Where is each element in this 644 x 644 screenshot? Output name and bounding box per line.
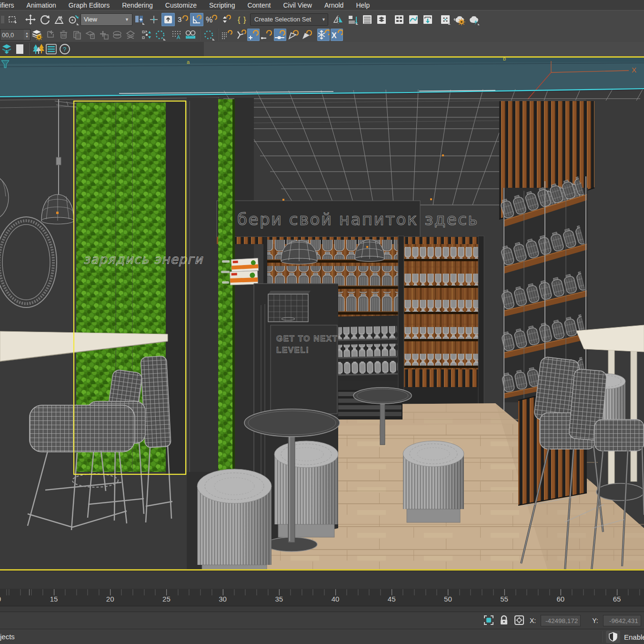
forest-trees-icon[interactable] (32, 43, 44, 55)
selection-region-icon[interactable] (6, 13, 20, 26)
separator (217, 29, 218, 41)
timeline-tick-label: 35 (275, 595, 283, 603)
select-and-move-icon[interactable] (24, 13, 37, 26)
menu-item-animation[interactable]: Animation (20, 1, 62, 9)
perspective-viewport[interactable]: X y a b бери свой напиток здес (0, 56, 644, 571)
timeline-tick-label: 55 (500, 595, 508, 603)
timeline-tick-label: 30 (219, 595, 227, 603)
scene-explorer-icon[interactable] (375, 13, 388, 26)
use-center-flyout-icon[interactable] (133, 13, 146, 26)
timeline-tick-label: 25 (162, 595, 171, 603)
grid-help-icon[interactable] (221, 29, 233, 41)
timeline-ticks (0, 589, 644, 595)
time-slider-track[interactable] (0, 571, 644, 590)
ribbon-toggle-icon[interactable] (392, 13, 406, 26)
bow-help-icon[interactable] (287, 29, 300, 41)
svg-text:3: 3 (178, 15, 181, 23)
svg-text:A: A (177, 34, 181, 40)
menu-item-customize[interactable]: Customize (159, 1, 203, 9)
chevron-down-icon: ▼ (125, 17, 129, 22)
snaps-toggle-icon[interactable]: 3 (176, 13, 189, 26)
layer-stack-icon[interactable] (0, 43, 13, 55)
menu-item-help[interactable]: Help (350, 1, 376, 9)
timeline-tick-label: 15 (50, 595, 58, 603)
svg-text:X: X (332, 31, 337, 40)
svg-text:{: { (238, 16, 241, 24)
select-and-scale-icon[interactable] (52, 13, 66, 26)
grid-annotate-icon[interactable]: A (171, 29, 183, 41)
white-sheet-icon[interactable] (14, 43, 26, 55)
spinner-arrows-icon[interactable]: ▲▼ (24, 30, 30, 40)
separator (232, 13, 236, 26)
render-setup-icon[interactable] (453, 13, 466, 26)
adaptive-degradation-toggle[interactable] (606, 631, 620, 643)
scale-helpers-icon[interactable] (141, 29, 153, 41)
timeline-tick-label: 45 (388, 595, 396, 603)
menu-item-arnold[interactable]: Arnold (318, 1, 350, 9)
selection-lock-region-icon[interactable] (483, 614, 494, 627)
named-selection-set-combo[interactable]: Create Selection Set ▼ (250, 13, 328, 26)
align-icon[interactable] (346, 13, 360, 26)
timeline-tick-label: 40 (332, 595, 340, 603)
help-circle-icon[interactable]: ? (59, 43, 71, 55)
schematic-view-icon[interactable] (421, 13, 434, 26)
x-help-button[interactable]: X (331, 29, 343, 41)
copy-layer-icon[interactable] (71, 29, 83, 41)
material-editor-icon[interactable] (439, 13, 452, 26)
angle-snap-toggle-button[interactable] (190, 13, 203, 26)
menu-item-civil-view[interactable]: Civil View (277, 1, 318, 9)
list-lines-icon[interactable] (45, 43, 58, 55)
menu-item-rendering[interactable]: Rendering (116, 1, 159, 9)
spinner-snap-toggle-icon[interactable] (219, 13, 232, 26)
timeline-label-partial: 0 (0, 595, 1, 603)
layer-explorer-icon[interactable] (361, 13, 374, 26)
microwave-wireframe (268, 291, 311, 322)
selection-circle-icon[interactable] (154, 29, 167, 41)
freeze-help-button[interactable] (317, 29, 330, 41)
mirror-icon[interactable] (332, 13, 345, 26)
keyboard-shortcut-override-button[interactable] (161, 13, 175, 26)
select-and-place-icon[interactable] (67, 13, 80, 26)
timeline-ruler[interactable]: 0 1520253035404550556065 (0, 589, 644, 612)
delete-layer-icon[interactable] (58, 29, 70, 41)
x-coordinate-field[interactable]: -42498,172 (541, 615, 581, 626)
menu-item-ifiers[interactable]: ifiers (0, 1, 20, 9)
timeline-tick-label: 65 (613, 595, 621, 603)
soft-selection-icon[interactable] (202, 29, 215, 41)
prompt-text: jects (0, 633, 15, 641)
menu-item-scripting[interactable]: Scripting (203, 1, 241, 9)
measure-tape-icon[interactable] (184, 29, 197, 41)
timeline-tick-label: 50 (444, 595, 452, 603)
add-to-layer-icon[interactable] (98, 29, 110, 41)
menu-board-line2: LEVEL! (276, 346, 309, 355)
select-and-manipulate-icon[interactable] (147, 13, 161, 26)
divider (601, 631, 602, 643)
layer-home-icon[interactable] (84, 29, 97, 41)
reference-coordinate-dropdown[interactable]: View ▼ (80, 13, 132, 26)
plus-help-button[interactable] (247, 29, 260, 41)
viewport-scene: X y a b бери свой напиток здес (0, 56, 644, 571)
select-and-rotate-icon[interactable] (38, 13, 51, 26)
main-toolbar: View ▼ 3 % {} Create Selection Set ▼ (0, 10, 644, 28)
create-layer-icon[interactable] (44, 29, 57, 41)
percent-snap-toggle-icon[interactable]: % (204, 13, 218, 26)
manage-layers-icon[interactable] (31, 29, 43, 41)
transform-gizmo-icon[interactable] (513, 614, 525, 627)
separator (137, 29, 141, 41)
lock-icon[interactable] (499, 614, 509, 627)
spinner-value: 00,0 (0, 31, 24, 39)
minus-help-icon[interactable] (261, 29, 273, 41)
menu-item-graph-editors[interactable]: Graph Editors (62, 1, 116, 9)
bone-help-icon[interactable] (234, 29, 246, 41)
stool (274, 441, 338, 537)
arrow-help-icon[interactable] (301, 29, 313, 41)
edit-named-selection-sets-icon[interactable]: {} (236, 13, 250, 26)
render-frame-icon[interactable] (467, 13, 481, 26)
layer-cross-icon[interactable] (124, 29, 137, 41)
layer-swirl-icon[interactable] (111, 29, 123, 41)
menu-item-content[interactable]: Content (241, 1, 277, 9)
value-spinner[interactable]: 00,0 ▲▼ (0, 29, 30, 41)
curve-editor-icon[interactable] (407, 13, 420, 26)
slider-help-button[interactable] (274, 29, 286, 41)
y-coordinate-field[interactable]: -9642,431 (603, 615, 641, 626)
